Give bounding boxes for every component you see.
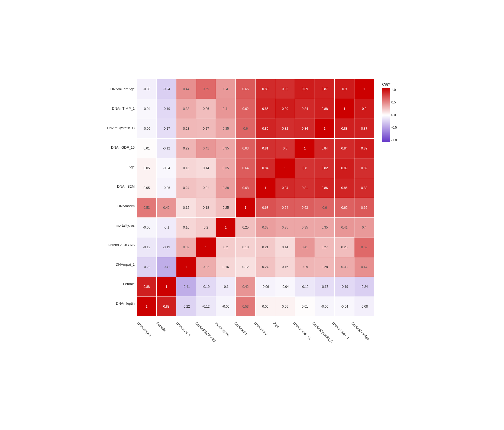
heatmap-cell: 0.05 [256, 297, 275, 316]
heatmap-cell: 0.64 [275, 198, 295, 217]
heatmap-cell: 0.35 [216, 119, 235, 138]
heatmap-cell: 0.89 [275, 99, 295, 119]
heatmap-cell: -0.04 [335, 297, 354, 316]
heatmap-cell: 0.89 [354, 139, 374, 158]
heatmap-cell: -0.41 [176, 277, 196, 297]
legend-tick: 0.0 [391, 113, 397, 117]
heatmap-cell: -0.17 [315, 277, 334, 297]
heatmap-cell: 0.16 [176, 218, 196, 237]
heatmap-grid: -0.08-0.240.440.590.40.650.830.820.890.8… [137, 79, 374, 316]
heatmap-cell: 0.84 [275, 178, 295, 198]
heatmap-cell: 0.82 [275, 79, 295, 99]
heatmap-cell: 0.42 [157, 198, 176, 217]
heatmap-cell: -0.04 [275, 277, 295, 297]
heatmap-cell: 0.89 [335, 158, 354, 178]
col-label: Age [273, 321, 280, 328]
col-label-wrapper: mortality.res [215, 318, 234, 351]
heatmap-cell: 0.21 [256, 237, 275, 257]
heatmap-cell: -0.06 [157, 178, 176, 198]
heatmap-cell: -0.08 [354, 297, 374, 316]
heatmap-cell: 0.6 [315, 198, 334, 217]
col-label: mortality.res [214, 321, 230, 337]
heatmap-cell: 0.24 [176, 178, 196, 198]
heatmap-cell: 0.42 [236, 277, 255, 297]
col-label: Female [156, 321, 167, 332]
heatmap-cell: -0.12 [157, 139, 176, 158]
col-label-wrapper: DNAmTIMP_1 [332, 318, 351, 351]
col-label-wrapper: DNAmleptin [137, 318, 156, 351]
heatmap-cell: 0.26 [196, 99, 216, 119]
legend-tick: -1.0 [391, 138, 397, 142]
heatmap-cell: -0.04 [137, 99, 156, 119]
heatmap-cell: 1 [176, 257, 196, 277]
heatmap-cell: 0.28 [315, 257, 334, 277]
heatmap-cell: 0.8 [275, 139, 295, 158]
heatmap-cell: 1 [275, 158, 295, 178]
heatmap-cell: 0.16 [216, 257, 235, 277]
heatmap-cell: 0.32 [176, 237, 196, 257]
heatmap-cell: 0.6 [236, 119, 255, 138]
row-labels: DNAmGrimAgeDNAmTIMP_1DNAmCystatin_CDNAmG… [107, 79, 137, 351]
row-label: DNAmpai_1 [107, 255, 137, 274]
heatmap-cell: -0.19 [335, 277, 354, 297]
heatmap-cell: 0.41 [295, 237, 315, 257]
heatmap-cell: 0.83 [354, 178, 374, 198]
col-label-wrapper: DNAmGrimAge [351, 318, 371, 351]
row-label: DNAmPACKYRS [107, 235, 137, 255]
heatmap-cell: 0.62 [335, 198, 354, 217]
heatmap-cell: 0.64 [236, 158, 255, 178]
heatmap-cell: -0.12 [295, 277, 315, 297]
col-label-wrapper: Age [273, 318, 293, 351]
heatmap-cell: -0.19 [157, 99, 176, 119]
heatmap-cell: 0.86 [256, 119, 275, 138]
heatmap-cell: 0.14 [196, 158, 216, 178]
heatmap-cell: 1 [236, 198, 255, 217]
legend-title: Corr [382, 82, 390, 86]
heatmap-cell: 0.53 [137, 198, 156, 217]
heatmap-cell: -0.24 [157, 79, 176, 99]
heatmap-cell: 0.35 [295, 218, 315, 237]
heatmap-cell: 0.25 [216, 198, 235, 217]
heatmap-cell: 0.05 [137, 158, 156, 178]
legend-tick-labels: 1.00.50.0-0.5-1.0 [390, 88, 397, 142]
heatmap-cell: 0.29 [295, 257, 315, 277]
row-label: DNAmadm [107, 196, 137, 216]
heatmap-cell: 0.86 [315, 178, 334, 198]
heatmap-cell: 0.4 [216, 79, 235, 99]
heatmap-cell: 0.63 [295, 198, 315, 217]
heatmap-cell: 0.88 [137, 277, 156, 297]
col-label: DNAmadm [234, 321, 249, 336]
heatmap-cell: 0.86 [335, 178, 354, 198]
heatmap-cell: -0.22 [137, 257, 156, 277]
chart-container: DNAmGrimAgeDNAmTIMP_1DNAmCystatin_CDNAmG… [107, 79, 397, 351]
col-label-wrapper: DNAmCystatin_C [312, 318, 332, 351]
heatmap-cell: 0.18 [236, 237, 255, 257]
col-label: DNAmPACKYRS [195, 321, 217, 343]
heatmap-cell: 0.87 [315, 79, 334, 99]
col-label-wrapper: Female [156, 318, 176, 351]
col-label: DNAmCystatin_C [312, 321, 334, 344]
heatmap-cell: 0.87 [354, 119, 374, 138]
heatmap-cell: -0.41 [157, 257, 176, 277]
heatmap-cell: 1 [196, 237, 216, 257]
heatmap-cell: 0.63 [236, 139, 255, 158]
heatmap-cell: 0.62 [236, 99, 255, 119]
heatmap-cell: 0.84 [256, 158, 275, 178]
heatmap-cell: 1 [315, 119, 334, 138]
heatmap-cell: -0.05 [315, 297, 334, 316]
heatmap-cell: 0.84 [315, 139, 334, 158]
heatmap-cell: -0.22 [176, 297, 196, 316]
heatmap-cell: 0.44 [354, 257, 374, 277]
heatmap-cell: 0.9 [335, 79, 354, 99]
heatmap-cell: -0.05 [137, 119, 156, 138]
heatmap-cell: 1 [354, 79, 374, 99]
heatmap-cell: 0.65 [354, 198, 374, 217]
heatmap-cell: 0.26 [335, 237, 354, 257]
heatmap-cell: 0.59 [354, 237, 374, 257]
heatmap-cell: 0.88 [335, 119, 354, 138]
col-label: DNAmGrimAge [351, 321, 371, 341]
heatmap-cell: 0.65 [236, 79, 255, 99]
heatmap-cell: 0.81 [295, 178, 315, 198]
heatmap-cell: 0.41 [216, 99, 235, 119]
row-label: DNAmleptin [107, 294, 137, 313]
